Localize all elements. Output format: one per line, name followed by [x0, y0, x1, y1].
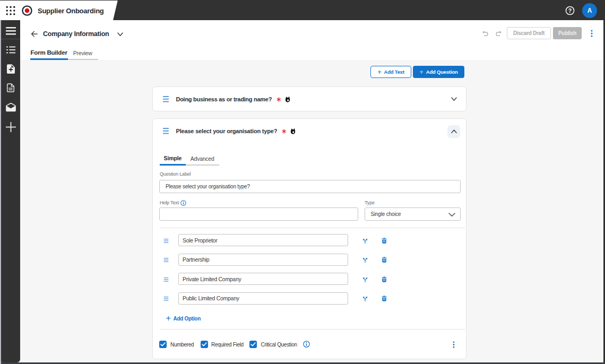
- svg-text:?: ?: [568, 7, 572, 14]
